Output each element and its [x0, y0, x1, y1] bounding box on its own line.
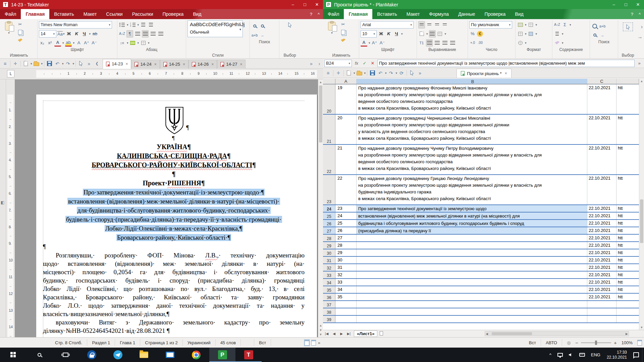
cell-B[interactable]: (присадибна ділянка) та передачу її — [357, 227, 587, 234]
cell-B[interactable] — [357, 294, 587, 300]
cell-D[interactable]: htt — [616, 84, 639, 114]
align-middle-button[interactable] — [426, 21, 433, 28]
start-button[interactable] — [0, 348, 26, 362]
zoom-level[interactable]: 100% — [617, 339, 637, 346]
vertical-scrollbar[interactable]: ▲ ▲ ▼ ▼ — [318, 79, 323, 337]
row-header[interactable]: 23 — [323, 175, 335, 204]
cell-B[interactable] — [357, 249, 587, 256]
cell-A[interactable]: 27 — [335, 235, 357, 241]
tab-stop-selector[interactable]: L — [7, 70, 14, 77]
cell-C[interactable]: 22.10.2021 — [587, 220, 616, 227]
close-button[interactable]: ✕ — [632, 0, 644, 9]
page-view-alt-icon[interactable] — [311, 340, 316, 346]
cell-B[interactable] — [357, 286, 587, 293]
page-down-icon[interactable]: ▼ — [318, 328, 323, 332]
column-header-C[interactable]: C — [587, 79, 616, 84]
last-sheet-button[interactable]: ▶| — [345, 332, 353, 336]
next-sheet-button[interactable]: ▶ — [338, 332, 345, 336]
tab-scroll-left-button[interactable]: ❮ — [93, 60, 101, 68]
cell-D[interactable]: htt — [616, 249, 639, 256]
cell-A[interactable] — [335, 301, 357, 308]
cell-C[interactable]: 22.10.2021 — [587, 175, 616, 204]
cell-D[interactable]: htt — [616, 257, 639, 263]
numbered-list-button[interactable]: 123 — [129, 21, 136, 28]
maximize-button[interactable]: □ — [620, 0, 632, 9]
show-formatting-marks-button[interactable]: ¶ — [126, 30, 133, 38]
cell-D[interactable]: htt — [616, 235, 639, 241]
cell-D[interactable]: htt — [616, 205, 639, 212]
menu-tab-Главная[interactable]: Главная — [344, 9, 372, 19]
search-again-button[interactable] — [259, 22, 266, 30]
cell-B[interactable] — [357, 272, 587, 278]
row-header[interactable]: 37 — [323, 301, 335, 308]
task-view-button[interactable] — [52, 348, 78, 362]
merge-cells-button[interactable] — [437, 30, 443, 38]
align-center-button[interactable] — [434, 39, 440, 47]
rotate-text-button[interactable]: Т1 — [418, 39, 425, 47]
cell-A[interactable]: 34 — [335, 286, 357, 293]
action-center-button[interactable] — [630, 348, 642, 362]
cell-D[interactable]: htt — [616, 242, 639, 249]
search-button[interactable] — [591, 22, 598, 30]
document-page[interactable]: ¶ ¶ УКРАЇНА¶КАЛИНІВСЬКА·СЕЛИЩНА·РАДА¶БРО… — [36, 95, 317, 337]
document-tab-14-26[interactable]: 14-26× — [189, 60, 217, 69]
column-header-D[interactable] — [616, 79, 639, 84]
scrollbar-thumb[interactable] — [640, 199, 643, 243]
document-tab-14-27[interactable]: 14-27× — [217, 60, 246, 69]
cell-A[interactable]: 31 — [335, 264, 357, 271]
cell-B[interactable] — [357, 316, 587, 322]
row-header[interactable]: 26 — [323, 220, 335, 227]
align-left-button[interactable] — [426, 39, 433, 47]
borders-button[interactable] — [517, 30, 524, 38]
zoom-fit-icon[interactable]: ◎ — [562, 339, 575, 346]
taskbar-lock-app-button[interactable] — [78, 348, 105, 362]
row-header[interactable]: 33 — [323, 272, 335, 278]
cell-B[interactable] — [357, 301, 587, 308]
superscript-button[interactable]: x² — [47, 39, 53, 47]
cell-B[interactable] — [357, 279, 587, 286]
recalculate-button[interactable]: ⟳ — [398, 69, 405, 77]
cell-C[interactable]: 22.10.2021 — [587, 257, 616, 263]
cancel-entry-button[interactable]: ✕ — [369, 61, 376, 66]
taskbar-chrome-button[interactable] — [183, 348, 209, 362]
cell-D[interactable] — [616, 308, 639, 315]
align-right-button[interactable] — [150, 30, 156, 38]
borders-button[interactable] — [140, 39, 147, 47]
number-format-select[interactable]: По умолчаник▾ — [469, 21, 512, 28]
cell-B[interactable]: Про надання дозволу громадянці Чернишенк… — [357, 115, 587, 144]
cell-B[interactable]: Про надання дозволу громадянину Чуняку П… — [357, 145, 587, 174]
percent-format-button[interactable]: % — [469, 30, 476, 38]
decrease-indent-button[interactable] — [148, 21, 154, 28]
row-header[interactable]: 28 — [323, 235, 335, 241]
help-button[interactable]: ? — [631, 12, 633, 17]
keyboard-tray-icon[interactable] — [576, 348, 588, 362]
column-header-B[interactable]: B — [357, 79, 587, 84]
status-overflow-button[interactable]: » — [318, 340, 320, 345]
pointer-icon[interactable] — [288, 22, 292, 27]
cell-B[interactable] — [357, 257, 587, 263]
sidebar-toggle-icon[interactable]: ◧ — [1, 200, 4, 205]
fill-cells-button[interactable] — [554, 30, 560, 38]
save-button[interactable] — [369, 69, 376, 77]
cell-C[interactable]: 22.10.2021 — [587, 294, 616, 300]
cell-A[interactable]: 29 — [335, 249, 357, 256]
cell-C[interactable]: 22.10.2021 — [587, 264, 616, 271]
grow-font-button[interactable]: A⁺ — [371, 39, 378, 47]
cell-C[interactable]: 22.10.2021 — [587, 272, 616, 278]
close-tab-icon[interactable]: × — [505, 71, 507, 76]
cell-A[interactable]: 25 — [335, 220, 357, 227]
page-view-icon[interactable] — [305, 340, 309, 346]
cell-style-button[interactable] — [528, 21, 534, 28]
collapse-ribbon-button[interactable]: ^ — [639, 12, 641, 17]
shrink-font-button[interactable]: A⁻ — [91, 39, 98, 47]
cell-B[interactable] — [357, 264, 587, 271]
select-range-button[interactable] — [623, 22, 633, 31]
row-header[interactable]: 22 — [323, 145, 335, 174]
cell-A[interactable]: 24 — [335, 213, 357, 219]
bold-button[interactable]: Ж — [378, 30, 384, 38]
menu-tab-Формула[interactable]: Формула — [424, 9, 453, 19]
cell-A[interactable]: 26 — [335, 227, 357, 234]
clear-formatting-button[interactable]: A — [75, 39, 82, 47]
scroll-right-icon[interactable]: ▶ — [626, 332, 628, 336]
goto-button[interactable]: → — [599, 32, 606, 39]
